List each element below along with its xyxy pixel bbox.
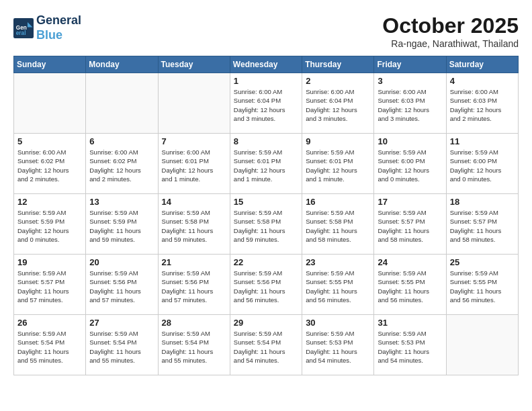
logo: Gen eral General Blue (13, 13, 81, 42)
day-cell (158, 73, 230, 134)
day-cell: 16Sunrise: 5:59 AM Sunset: 5:58 PM Dayli… (302, 194, 374, 255)
weekday-tuesday: Tuesday (158, 56, 230, 73)
day-number: 17 (378, 197, 442, 207)
logo-icon: Gen eral (13, 18, 34, 38)
day-cell: 15Sunrise: 5:59 AM Sunset: 5:58 PM Dayli… (230, 194, 302, 255)
day-number: 15 (234, 197, 298, 207)
week-row-1: 1Sunrise: 6:00 AM Sunset: 6:04 PM Daylig… (14, 73, 519, 134)
logo-line2: Blue (36, 28, 81, 43)
day-info: Sunrise: 6:00 AM Sunset: 6:02 PM Dayligh… (17, 148, 82, 183)
day-cell: 21Sunrise: 5:59 AM Sunset: 5:56 PM Dayli… (158, 255, 230, 315)
day-number: 3 (378, 76, 442, 86)
title-block: October 2025 Ra-ngae, Narathiwat, Thaila… (382, 13, 519, 49)
calendar-table: SundayMondayTuesdayWednesdayThursdayFrid… (13, 56, 519, 375)
day-info: Sunrise: 5:59 AM Sunset: 5:53 PM Dayligh… (306, 329, 370, 365)
day-number: 4 (450, 76, 515, 86)
day-info: Sunrise: 5:59 AM Sunset: 5:54 PM Dayligh… (234, 329, 298, 365)
day-cell: 13Sunrise: 5:59 AM Sunset: 5:59 PM Dayli… (86, 194, 158, 255)
weekday-sunday: Sunday (14, 56, 86, 73)
day-info: Sunrise: 5:59 AM Sunset: 6:00 PM Dayligh… (378, 148, 442, 183)
day-info: Sunrise: 6:00 AM Sunset: 6:02 PM Dayligh… (89, 148, 154, 183)
day-info: Sunrise: 6:00 AM Sunset: 6:04 PM Dayligh… (234, 87, 298, 123)
day-number: 28 (162, 318, 226, 328)
calendar-header: SundayMondayTuesdayWednesdayThursdayFrid… (14, 56, 519, 73)
day-info: Sunrise: 5:59 AM Sunset: 5:56 PM Dayligh… (234, 269, 298, 304)
day-info: Sunrise: 5:59 AM Sunset: 6:01 PM Dayligh… (306, 148, 370, 183)
day-info: Sunrise: 5:59 AM Sunset: 5:58 PM Dayligh… (162, 208, 226, 244)
day-number: 19 (17, 257, 82, 267)
day-info: Sunrise: 5:59 AM Sunset: 5:54 PM Dayligh… (162, 329, 226, 365)
day-info: Sunrise: 5:59 AM Sunset: 5:57 PM Dayligh… (450, 208, 515, 244)
day-cell: 10Sunrise: 5:59 AM Sunset: 6:00 PM Dayli… (374, 134, 446, 194)
day-number: 18 (450, 197, 515, 207)
day-number: 16 (306, 197, 370, 207)
day-info: Sunrise: 5:59 AM Sunset: 5:57 PM Dayligh… (17, 269, 82, 304)
day-number: 14 (162, 197, 226, 207)
day-info: Sunrise: 5:59 AM Sunset: 5:55 PM Dayligh… (378, 269, 442, 304)
day-number: 31 (378, 318, 442, 328)
day-number: 6 (89, 136, 154, 146)
weekday-wednesday: Wednesday (230, 56, 302, 73)
day-cell: 19Sunrise: 5:59 AM Sunset: 5:57 PM Dayli… (14, 255, 86, 315)
day-info: Sunrise: 5:59 AM Sunset: 5:55 PM Dayligh… (306, 269, 370, 304)
page-header: Gen eral General Blue October 2025 Ra-ng… (13, 13, 519, 49)
day-number: 23 (306, 257, 370, 267)
day-info: Sunrise: 5:59 AM Sunset: 6:00 PM Dayligh… (450, 148, 515, 183)
calendar-body: 1Sunrise: 6:00 AM Sunset: 6:04 PM Daylig… (14, 73, 519, 375)
day-cell: 27Sunrise: 5:59 AM Sunset: 5:54 PM Dayli… (86, 315, 158, 375)
day-info: Sunrise: 6:00 AM Sunset: 6:04 PM Dayligh… (306, 87, 370, 123)
day-number: 20 (89, 257, 154, 267)
day-info: Sunrise: 5:59 AM Sunset: 5:54 PM Dayligh… (89, 329, 154, 365)
day-info: Sunrise: 5:59 AM Sunset: 5:58 PM Dayligh… (306, 208, 370, 244)
day-number: 21 (162, 257, 226, 267)
day-cell (86, 73, 158, 134)
day-info: Sunrise: 5:59 AM Sunset: 5:59 PM Dayligh… (17, 208, 82, 244)
day-number: 2 (306, 76, 370, 86)
weekday-friday: Friday (374, 56, 446, 73)
weekday-row: SundayMondayTuesdayWednesdayThursdayFrid… (14, 56, 519, 73)
day-cell: 20Sunrise: 5:59 AM Sunset: 5:56 PM Dayli… (86, 255, 158, 315)
day-cell (446, 315, 518, 375)
day-cell: 24Sunrise: 5:59 AM Sunset: 5:55 PM Dayli… (374, 255, 446, 315)
day-cell: 6Sunrise: 6:00 AM Sunset: 6:02 PM Daylig… (86, 134, 158, 194)
location-subtitle: Ra-ngae, Narathiwat, Thailand (382, 38, 519, 49)
day-cell: 28Sunrise: 5:59 AM Sunset: 5:54 PM Dayli… (158, 315, 230, 375)
day-number: 9 (306, 136, 370, 146)
day-info: Sunrise: 5:59 AM Sunset: 5:54 PM Dayligh… (17, 329, 82, 365)
day-info: Sunrise: 5:59 AM Sunset: 5:56 PM Dayligh… (162, 269, 226, 304)
week-row-3: 12Sunrise: 5:59 AM Sunset: 5:59 PM Dayli… (14, 194, 519, 255)
day-cell: 29Sunrise: 5:59 AM Sunset: 5:54 PM Dayli… (230, 315, 302, 375)
day-cell: 1Sunrise: 6:00 AM Sunset: 6:04 PM Daylig… (230, 73, 302, 134)
week-row-5: 26Sunrise: 5:59 AM Sunset: 5:54 PM Dayli… (14, 315, 519, 375)
weekday-monday: Monday (86, 56, 158, 73)
day-cell (14, 73, 86, 134)
day-cell: 14Sunrise: 5:59 AM Sunset: 5:58 PM Dayli… (158, 194, 230, 255)
day-cell: 31Sunrise: 5:59 AM Sunset: 5:53 PM Dayli… (374, 315, 446, 375)
day-info: Sunrise: 5:59 AM Sunset: 5:58 PM Dayligh… (234, 208, 298, 244)
week-row-2: 5Sunrise: 6:00 AM Sunset: 6:02 PM Daylig… (14, 134, 519, 194)
day-cell: 4Sunrise: 6:00 AM Sunset: 6:03 PM Daylig… (446, 73, 518, 134)
day-info: Sunrise: 6:00 AM Sunset: 6:03 PM Dayligh… (450, 87, 515, 123)
day-info: Sunrise: 5:59 AM Sunset: 5:59 PM Dayligh… (89, 208, 154, 244)
day-number: 8 (234, 136, 298, 146)
day-number: 30 (306, 318, 370, 328)
day-number: 22 (234, 257, 298, 267)
day-number: 11 (450, 136, 515, 146)
day-number: 25 (450, 257, 515, 267)
day-info: Sunrise: 6:00 AM Sunset: 6:03 PM Dayligh… (378, 87, 442, 123)
day-cell: 11Sunrise: 5:59 AM Sunset: 6:00 PM Dayli… (446, 134, 518, 194)
logo-line1: General (36, 13, 81, 28)
day-cell: 22Sunrise: 5:59 AM Sunset: 5:56 PM Dayli… (230, 255, 302, 315)
day-cell: 30Sunrise: 5:59 AM Sunset: 5:53 PM Dayli… (302, 315, 374, 375)
week-row-4: 19Sunrise: 5:59 AM Sunset: 5:57 PM Dayli… (14, 255, 519, 315)
day-cell: 26Sunrise: 5:59 AM Sunset: 5:54 PM Dayli… (14, 315, 86, 375)
day-number: 27 (89, 318, 154, 328)
day-cell: 17Sunrise: 5:59 AM Sunset: 5:57 PM Dayli… (374, 194, 446, 255)
day-cell: 18Sunrise: 5:59 AM Sunset: 5:57 PM Dayli… (446, 194, 518, 255)
day-number: 10 (378, 136, 442, 146)
day-info: Sunrise: 5:59 AM Sunset: 6:01 PM Dayligh… (234, 148, 298, 183)
day-cell: 25Sunrise: 5:59 AM Sunset: 5:55 PM Dayli… (446, 255, 518, 315)
weekday-saturday: Saturday (446, 56, 518, 73)
weekday-thursday: Thursday (302, 56, 374, 73)
month-title: October 2025 (382, 13, 519, 38)
